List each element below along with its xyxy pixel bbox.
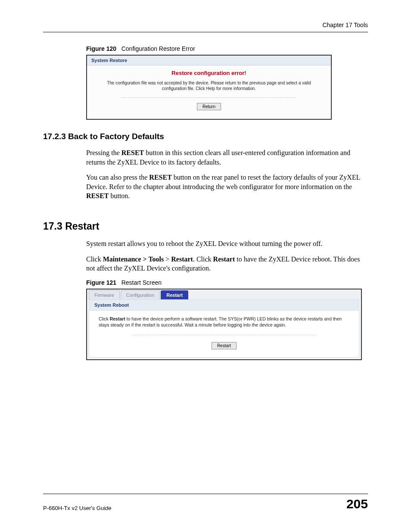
text-bold-restart: Restart — [171, 255, 193, 263]
text-fragment: to have the device perform a software re… — [99, 316, 342, 327]
figure-121-title: Restart Screen — [121, 279, 162, 286]
restart-screen-panel: Firmware Configuration Restart System Re… — [86, 289, 362, 360]
text-fragment: . Click — [193, 255, 213, 263]
text-fragment: Click — [99, 316, 110, 321]
page-header-chapter: Chapter 17 Tools — [43, 22, 368, 28]
tab-configuration[interactable]: Configuration — [121, 290, 160, 299]
text-bold-restart: Restart — [110, 316, 125, 321]
tab-bar: Firmware Configuration Restart — [87, 289, 361, 299]
footer-page-number: 205 — [346, 497, 368, 511]
figure-121-caption: Figure 121 Restart Screen — [86, 279, 368, 286]
text-fragment: Click — [86, 255, 103, 263]
restore-error-message: Restore configuration error! — [87, 65, 331, 81]
figure-120-label: Figure 120 — [86, 45, 116, 52]
system-restore-title: System Restore — [87, 56, 331, 65]
tab-firmware[interactable]: Firmware — [89, 290, 120, 299]
text-bold-reset: RESET — [121, 149, 144, 156]
text-fragment: You can also press the — [86, 174, 149, 181]
header-rule — [43, 32, 368, 32]
text-fragment: button. — [109, 192, 130, 199]
heading-17-3: 17.3 Restart — [43, 221, 368, 232]
text-fragment: > — [164, 255, 171, 263]
figure-120-title: Configuration Restore Error — [121, 45, 195, 52]
return-button[interactable]: Return — [197, 103, 221, 110]
text-bold-restart: Restart — [213, 255, 235, 263]
figure-120-caption: Figure 120 Configuration Restore Error — [86, 45, 368, 52]
paragraph-173-1: System restart allows you to reboot the … — [86, 239, 368, 249]
system-reboot-title: System Reboot — [89, 300, 359, 311]
figure-121-label: Figure 121 — [86, 279, 116, 286]
restore-error-submessage: The configuration file was not accepted … — [87, 81, 331, 97]
restart-content: System Reboot Click Restart to have the … — [89, 299, 359, 358]
page-footer: P-660H-Tx v2 User's Guide 205 — [43, 494, 368, 511]
footer-rule — [43, 494, 368, 494]
restart-button[interactable]: Restart — [212, 342, 237, 349]
paragraph-173-2: Click Maintenance > Tools > Restart. Cli… — [86, 255, 368, 273]
paragraph-1723-1: Pressing the RESET button in this sectio… — [86, 148, 368, 167]
text-bold-reset: RESET — [86, 192, 109, 199]
text-fragment: Pressing the — [86, 149, 121, 156]
restart-description: Click Restart to have the device perform… — [89, 311, 359, 335]
restore-button-row: Return — [121, 97, 296, 110]
paragraph-1723-2: You can also press the RESET button on t… — [86, 173, 368, 201]
text-bold-reset: RESET — [149, 174, 171, 181]
tab-restart[interactable]: Restart — [161, 290, 188, 299]
restart-button-row: Restart — [132, 335, 316, 357]
system-restore-panel: System Restore Restore configuration err… — [86, 55, 332, 120]
footer-guide-name: P-660H-Tx v2 User's Guide — [43, 505, 112, 511]
heading-17-2-3: 17.2.3 Back to Factory Defaults — [43, 132, 368, 141]
text-bold-nav: Maintenance > Tools — [103, 255, 164, 263]
